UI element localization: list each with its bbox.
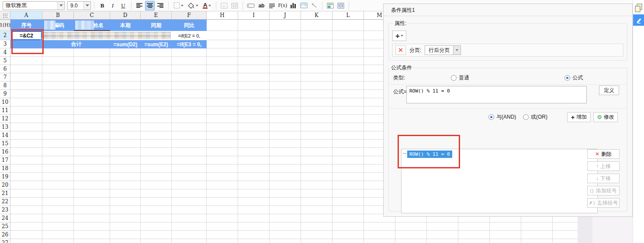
radio-icon: [564, 75, 570, 81]
row-header-11[interactable]: 11: [0, 106, 10, 115]
select-all-corner[interactable]: [0, 11, 10, 20]
row-header-18[interactable]: 18: [0, 164, 10, 173]
radio-or[interactable]: 或(OR): [523, 113, 547, 121]
font-color-button[interactable]: A: [201, 1, 213, 10]
cell-D3[interactable]: =sum(D2): [110, 40, 141, 48]
cell-E1[interactable]: 同期: [141, 20, 172, 31]
col-header-E[interactable]: E: [141, 11, 172, 20]
col-header-J[interactable]: J: [270, 11, 301, 20]
col-header-F[interactable]: F: [172, 11, 207, 20]
cell-F3[interactable]: =if(E3 = 0,: [172, 40, 207, 48]
col-header-B[interactable]: B: [42, 11, 74, 20]
row-header-13[interactable]: 13: [0, 123, 10, 131]
align-left-button[interactable]: [135, 1, 144, 10]
align-center-button[interactable]: [145, 1, 155, 10]
split-cell-button[interactable]: [230, 1, 239, 10]
row-header-17[interactable]: 17: [0, 156, 10, 164]
line-tool-button[interactable]: [309, 1, 319, 10]
add-attribute-button[interactable]: +: [392, 31, 406, 41]
add-bracket-button[interactable]: ()添加括号: [587, 186, 620, 195]
row-header-7[interactable]: 7: [0, 73, 10, 82]
cell-F2[interactable]: =if(E2 = 0,: [172, 31, 207, 40]
font-family-select[interactable]: 微软雅黑: [3, 1, 65, 10]
col-header-L[interactable]: L: [332, 11, 364, 20]
row-header-26[interactable]: 26: [0, 231, 10, 239]
cell-B3-C3-merged[interactable]: 合计: [42, 40, 110, 48]
cell-F1[interactable]: 同比: [172, 20, 207, 31]
remove-attribute-button[interactable]: ✕: [395, 45, 406, 55]
cell-E3[interactable]: =sum(E2): [141, 40, 172, 48]
row-header-16[interactable]: 16: [0, 148, 10, 156]
row-header-14[interactable]: 14: [0, 131, 10, 140]
formula-button[interactable]: F(x): [277, 1, 287, 10]
form-widget-button[interactable]: [325, 1, 335, 10]
row-header-9[interactable]: 9: [0, 90, 10, 98]
col-header-D[interactable]: D: [110, 11, 141, 20]
align-right-button[interactable]: [156, 1, 165, 10]
row-header-21[interactable]: 21: [0, 189, 10, 198]
merge-cell-button[interactable]: a: [219, 1, 229, 10]
row-header-23[interactable]: 23: [0, 206, 10, 214]
rich-text-button[interactable]: [267, 1, 277, 10]
cell-D1[interactable]: 本期: [110, 20, 141, 31]
col-header-K[interactable]: K: [301, 11, 332, 20]
row-header-3[interactable]: 3: [0, 40, 10, 48]
border-button[interactable]: [172, 1, 185, 10]
edit-pencil-button[interactable]: [633, 14, 644, 26]
text-button[interactable]: ab: [256, 1, 266, 10]
delete-label: 删除: [601, 151, 612, 158]
toolbar-separator: [216, 2, 216, 10]
col-header-A[interactable]: A: [10, 11, 42, 20]
radio-formula-label: 公式: [572, 74, 583, 82]
bold-button[interactable]: B: [97, 1, 107, 10]
fill-color-button[interactable]: [186, 1, 200, 10]
row-header-5[interactable]: 5: [0, 57, 10, 65]
row-header-4[interactable]: 4: [0, 48, 10, 57]
row-header-22[interactable]: 22: [0, 198, 10, 206]
paging-select[interactable]: 行后分页: [425, 45, 461, 55]
image-button[interactable]: [299, 1, 308, 10]
textfield-widget-button[interactable]: [246, 1, 256, 10]
add-condition-button[interactable]: +增加: [567, 112, 591, 122]
radio-normal[interactable]: 普通: [451, 74, 469, 82]
col-header-I[interactable]: I: [238, 11, 270, 20]
italic-button[interactable]: I: [108, 1, 118, 10]
move-up-button[interactable]: ↑上移: [587, 161, 620, 171]
row-header-8[interactable]: 8: [0, 82, 10, 90]
grid-vline: [269, 20, 270, 243]
paging-label: 分页:: [409, 47, 421, 54]
formula-input[interactable]: [406, 86, 587, 103]
row-header-6[interactable]: 6: [0, 65, 10, 73]
row-header-15[interactable]: 15: [0, 140, 10, 148]
row-header-10[interactable]: 10: [0, 98, 10, 106]
report-block-button[interactable]: [336, 1, 346, 10]
row-header-25[interactable]: 25: [0, 222, 10, 231]
formula-label: 公式=: [393, 88, 407, 96]
chart-button[interactable]: [288, 1, 298, 10]
chevron-down-icon[interactable]: [57, 2, 64, 10]
condition-controls-row: 与(AND) 或(OR) +增加 ⚙修改: [389, 109, 627, 127]
define-button[interactable]: 定义: [599, 86, 619, 95]
radio-and[interactable]: 与(AND): [488, 113, 516, 121]
chevron-down-icon[interactable]: [83, 2, 90, 10]
underline-button[interactable]: U: [118, 1, 128, 10]
row-header-24[interactable]: 24: [0, 214, 10, 222]
row-header-20[interactable]: 20: [0, 181, 10, 189]
radio-formula[interactable]: 公式: [564, 74, 583, 82]
toolbar-separator: [131, 2, 132, 10]
redacted-block: [44, 32, 171, 39]
col-header-C[interactable]: C: [74, 11, 110, 20]
font-size-select[interactable]: 9.0: [67, 1, 91, 10]
copy-icon[interactable]: [634, 3, 643, 13]
row-header-1(H)[interactable]: 1(H): [0, 20, 10, 31]
move-down-button[interactable]: ↓下移: [587, 174, 620, 183]
chevron-down-icon: [401, 35, 403, 37]
row-header-27[interactable]: 27: [0, 239, 10, 243]
row-header-2[interactable]: 2: [0, 31, 10, 40]
modify-condition-button[interactable]: ⚙修改: [593, 112, 618, 122]
remove-bracket-button[interactable]: ✗)去掉括号: [587, 198, 620, 208]
delete-condition-button[interactable]: ✕删除: [587, 149, 620, 159]
col-header-H[interactable]: H: [207, 11, 238, 20]
row-header-12[interactable]: 12: [0, 115, 10, 123]
row-header-19[interactable]: 19: [0, 173, 10, 181]
